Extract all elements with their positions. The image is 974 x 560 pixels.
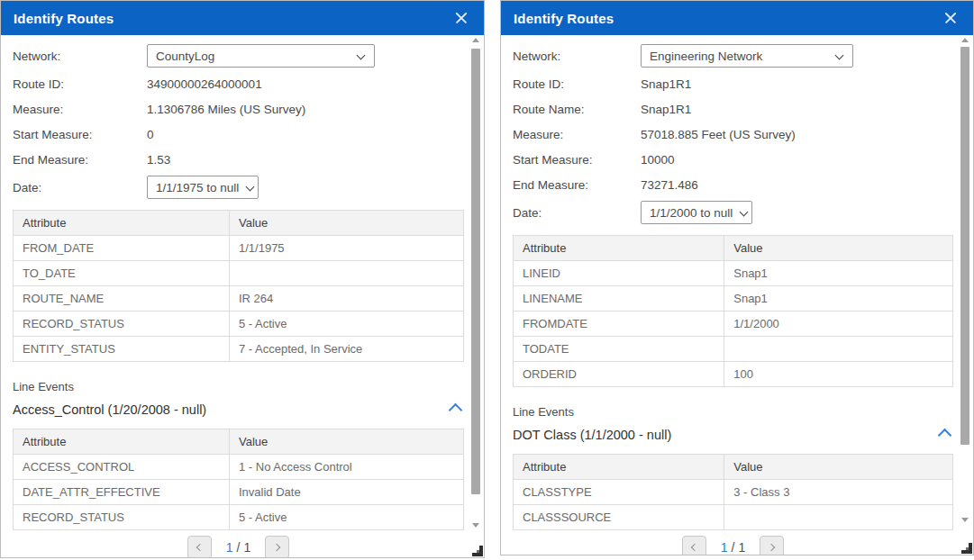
prev-page-button[interactable] — [187, 536, 212, 557]
date-field-row: Date: 1/1/2000 to null — [513, 197, 973, 228]
attribute-cell: ACCESS_CONTROL — [14, 455, 230, 480]
resize-handle[interactable] — [472, 546, 483, 556]
attribute-cell: TODATE — [514, 337, 724, 362]
panel-title: Identify Routes — [514, 11, 614, 26]
scroll-down-icon[interactable] — [472, 523, 479, 528]
line-events-group-header[interactable]: DOT Class (1/1/2000 - null) — [513, 423, 953, 447]
table-header-row: Attribute Value — [514, 455, 953, 480]
table-header-row: Attribute Value — [514, 236, 953, 261]
start-measure-value: 10000 — [641, 153, 675, 167]
start-measure-row: Start Measure: 10000 — [513, 147, 973, 172]
scroll-down-icon[interactable] — [961, 518, 969, 522]
network-select[interactable]: CountyLog — [147, 44, 375, 68]
collapse-chevron-icon[interactable] — [938, 428, 952, 442]
date-label: Date: — [513, 206, 641, 220]
value-cell — [724, 337, 953, 362]
attribute-cell: ENTITY_STATUS — [14, 337, 230, 362]
route-name-row: Route Name: Snap1R1 — [513, 96, 973, 122]
current-page: 1 — [226, 540, 233, 555]
chevron-right-icon — [274, 544, 281, 551]
current-page: 1 — [721, 540, 728, 555]
line-events-label: Line Events — [13, 380, 484, 398]
value-cell: 1/1/1975 — [230, 236, 464, 261]
measure-label: Measure: — [513, 128, 641, 141]
line-events-group-header[interactable]: Access_Control (1/20/2008 - null) — [13, 398, 464, 421]
total-pages: 1 — [738, 540, 745, 555]
network-select[interactable]: Engineering Network — [641, 44, 853, 68]
line-events-label: Line Events — [513, 405, 973, 423]
route-id-label: Route ID: — [13, 77, 147, 91]
column-header-value: Value — [724, 455, 953, 480]
date-select[interactable]: 1/1/1975 to null — [147, 176, 259, 199]
panel-body: Network: CountyLog Route ID: 34900000264… — [1, 35, 484, 557]
prev-page-button[interactable] — [682, 536, 706, 555]
end-measure-row: End Measure: 73271.486 — [513, 172, 973, 197]
table-row: RECORD_STATUS 5 - Active — [14, 312, 464, 337]
value-cell: Snap1 — [724, 261, 953, 286]
collapse-chevron-icon[interactable] — [449, 402, 463, 417]
column-header-attribute: Attribute — [14, 211, 230, 236]
date-label: Date: — [13, 181, 147, 194]
scrollbar[interactable] — [960, 38, 970, 522]
network-label: Network: — [513, 50, 641, 63]
attribute-cell: ORDERID — [514, 362, 724, 387]
scrollbar-thumb[interactable] — [471, 49, 480, 494]
attribute-cell: CLASSSOURCE — [514, 505, 724, 530]
scrollbar-thumb[interactable] — [960, 47, 969, 445]
close-icon[interactable] — [942, 10, 959, 26]
chevron-down-icon — [740, 208, 749, 217]
end-measure-label: End Measure: — [13, 153, 147, 167]
end-measure-label: End Measure: — [513, 178, 641, 192]
column-header-attribute: Attribute — [14, 429, 230, 455]
chevron-left-icon — [196, 544, 203, 551]
value-cell: IR 264 — [230, 286, 464, 312]
line-events-group-title: DOT Class (1/1/2000 - null) — [513, 428, 671, 442]
value-cell — [230, 261, 464, 286]
attribute-cell: RECORD_STATUS — [14, 505, 230, 530]
scroll-up-icon[interactable] — [961, 38, 969, 42]
resize-handle[interactable] — [961, 543, 972, 554]
network-select-value: CountyLog — [156, 50, 214, 63]
next-page-button[interactable] — [760, 536, 784, 555]
next-page-button[interactable] — [265, 536, 289, 557]
line-events-table: Attribute Value CLASSTYPE 3 - Class 3 CL… — [513, 454, 953, 530]
start-measure-label: Start Measure: — [513, 153, 641, 167]
panel-body: Network: Engineering Network Route ID: S… — [501, 35, 973, 555]
attribute-cell: ROUTE_NAME — [14, 286, 230, 312]
page-separator: / — [237, 540, 241, 555]
end-measure-value: 73271.486 — [641, 178, 698, 192]
value-cell: 5 - Active — [230, 312, 464, 337]
page-indicator: 1/1 — [721, 540, 745, 555]
close-icon[interactable] — [453, 10, 469, 26]
attribute-cell: LINENAME — [514, 286, 724, 312]
date-select[interactable]: 1/1/2000 to null — [641, 201, 752, 224]
route-id-value: 34900000264000001 — [147, 77, 262, 91]
network-select-value: Engineering Network — [650, 50, 762, 63]
table-row: FROMDATE 1/1/2000 — [514, 312, 953, 337]
table-row: ORDERID 100 — [514, 362, 953, 387]
network-label: Network: — [13, 50, 147, 63]
column-header-attribute: Attribute — [514, 455, 724, 480]
scrollbar[interactable] — [471, 38, 481, 528]
route-name-value: Snap1R1 — [641, 103, 691, 116]
measure-value: 1.1306786 Miles (US Survey) — [147, 103, 305, 116]
chevron-right-icon — [769, 544, 776, 551]
table-row: FROM_DATE 1/1/1975 — [14, 236, 464, 261]
value-cell: 1/1/2000 — [724, 312, 953, 337]
route-id-row: Route ID: Snap1R1 — [513, 71, 973, 96]
column-header-value: Value — [724, 236, 953, 261]
attribute-cell: FROMDATE — [514, 312, 724, 337]
table-row: LINEID Snap1 — [514, 261, 953, 286]
table-row: TO_DATE — [14, 261, 464, 286]
page-indicator: 1/1 — [226, 540, 250, 555]
fields-section: Network: Engineering Network Route ID: S… — [513, 35, 973, 228]
scroll-up-icon[interactable] — [472, 38, 479, 42]
panel-title: Identify Routes — [14, 11, 114, 26]
route-id-row: Route ID: 34900000264000001 — [13, 71, 484, 96]
network-field-row: Network: CountyLog — [13, 41, 484, 71]
table-header-row: Attribute Value — [14, 429, 464, 455]
table-row: LINENAME Snap1 — [514, 286, 953, 312]
network-field-row: Network: Engineering Network — [513, 41, 973, 71]
value-cell: Snap1 — [724, 286, 953, 312]
value-cell: 100 — [724, 362, 953, 387]
